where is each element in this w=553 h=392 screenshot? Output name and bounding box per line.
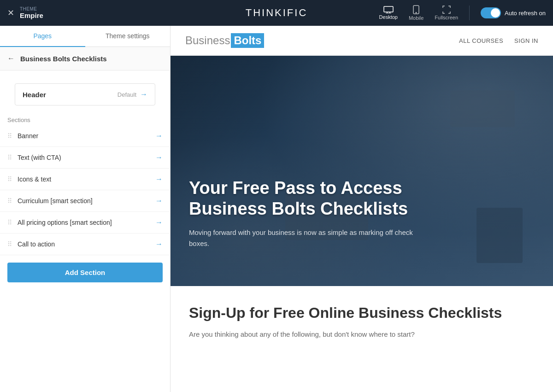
header-arrow-icon: → — [140, 90, 147, 99]
section-curriculum-arrow: → — [155, 197, 163, 205]
close-button[interactable]: ✕ — [7, 8, 14, 18]
section-item-icons-text[interactable]: ⠿ Icons & text → — [0, 169, 170, 190]
site-title: THINKIFIC — [246, 7, 308, 19]
section-pricing-label: All pricing options [smart section] — [18, 219, 155, 226]
section-icons-text-label: Icons & text — [18, 176, 155, 183]
drag-handle-icon: ⠿ — [7, 154, 12, 161]
section-item-curriculum[interactable]: ⠿ Curriculum [smart section] → — [0, 190, 170, 212]
tab-pages[interactable]: Pages — [0, 26, 85, 47]
content-body: Are you thinking about any of the follow… — [189, 329, 535, 340]
toggle-knob — [491, 8, 500, 18]
preview-site: Business Bolts ALL COURSES SIGN IN — [171, 26, 553, 392]
desktop-view-button[interactable]: Desktop — [379, 6, 398, 20]
section-text-cta-arrow: → — [155, 153, 163, 162]
logo-text: Business — [185, 34, 230, 47]
fullscreen-icon — [442, 6, 451, 14]
hero-shape-notebook — [477, 208, 523, 263]
drag-handle-icon: ⠿ — [7, 132, 12, 140]
header-default-label: Default — [118, 91, 136, 98]
left-panel: Pages Theme settings ← Business Bolts Ch… — [0, 26, 171, 392]
topbar: ✕ THEME Empire THINKIFIC Desktop Mobile — [0, 0, 553, 26]
nav-sign-in[interactable]: SIGN IN — [514, 37, 538, 44]
svg-rect-0 — [384, 6, 393, 12]
header-section-right: Default → — [118, 90, 147, 99]
fullscreen-view-button[interactable]: Fullscreen — [435, 6, 458, 20]
back-nav: ← Business Bolts Checklists — [0, 47, 170, 70]
section-call-to-action-arrow: → — [155, 240, 163, 248]
mobile-view-button[interactable]: Mobile — [409, 5, 424, 21]
panel-content: ← Business Bolts Checklists Header Defau… — [0, 47, 170, 392]
back-arrow-icon[interactable]: ← — [7, 54, 15, 63]
section-item-banner[interactable]: ⠿ Banner → — [0, 125, 170, 147]
site-nav: ALL COURSES SIGN IN — [459, 37, 538, 44]
header-section-label: Header — [23, 91, 46, 99]
section-banner-label: Banner — [18, 132, 155, 140]
main-area: Pages Theme settings ← Business Bolts Ch… — [0, 26, 553, 392]
site-header: Business Bolts ALL COURSES SIGN IN — [171, 26, 553, 56]
section-item-call-to-action[interactable]: ⠿ Call to action → — [0, 234, 170, 255]
section-icons-text-arrow: → — [155, 175, 163, 183]
logo-bold: Bolts — [231, 33, 264, 48]
drag-handle-icon: ⠿ — [7, 240, 12, 248]
svg-point-5 — [416, 12, 417, 13]
auto-refresh-label: Auto refresh on — [505, 10, 546, 17]
content-title: Sign-Up for Free Online Business Checkli… — [189, 304, 535, 322]
topbar-divider — [469, 6, 470, 20]
header-section-item[interactable]: Header Default → — [15, 83, 155, 105]
mobile-view-label: Mobile — [409, 15, 424, 21]
theme-label: THEME — [20, 6, 43, 12]
section-call-to-action-label: Call to action — [18, 240, 155, 248]
hero-content: Your Free Pass to Access Business Bolts … — [189, 178, 419, 249]
hero-banner: Your Free Pass to Access Business Bolts … — [171, 56, 553, 286]
theme-info: THEME Empire — [20, 6, 43, 19]
desktop-view-label: Desktop — [379, 14, 398, 20]
nav-all-courses[interactable]: ALL COURSES — [459, 37, 503, 44]
fullscreen-view-label: Fullscreen — [435, 15, 458, 20]
topbar-right: Desktop Mobile Fullscreen Auto — [379, 5, 546, 21]
drag-handle-icon: ⠿ — [7, 176, 12, 183]
site-logo: Business Bolts — [185, 33, 264, 48]
theme-name: Empire — [20, 12, 43, 19]
section-item-pricing[interactable]: ⠿ All pricing options [smart section] → — [0, 212, 170, 234]
add-section-button[interactable]: Add Section — [7, 263, 163, 282]
tabs: Pages Theme settings — [0, 26, 170, 47]
desktop-icon — [383, 6, 394, 13]
tab-theme-settings[interactable]: Theme settings — [85, 26, 171, 47]
content-section: Sign-Up for Free Online Business Checkli… — [171, 286, 553, 358]
section-curriculum-label: Curriculum [smart section] — [18, 197, 155, 205]
section-pricing-arrow: → — [155, 218, 163, 227]
page-title: Business Bolts Checklists — [20, 55, 107, 63]
hero-title: Your Free Pass to Access Business Bolts … — [189, 178, 419, 220]
hero-shape-tablet — [450, 90, 515, 127]
hero-background — [171, 56, 553, 286]
section-item-text-cta[interactable]: ⠿ Text (with CTA) → — [0, 147, 170, 169]
hero-subtitle: Moving forward with your business is now… — [189, 227, 419, 249]
auto-refresh-toggle-area: Auto refresh on — [481, 7, 546, 18]
section-text-cta-label: Text (with CTA) — [18, 154, 155, 161]
sections-label: Sections — [0, 113, 170, 125]
section-banner-arrow: → — [155, 132, 163, 140]
drag-handle-icon: ⠿ — [7, 197, 12, 205]
sections-list: ⠿ Banner → ⠿ Text (with CTA) → ⠿ Icons &… — [0, 125, 170, 255]
mobile-icon — [413, 5, 419, 14]
right-preview: Business Bolts ALL COURSES SIGN IN — [171, 26, 553, 392]
drag-handle-icon: ⠿ — [7, 219, 12, 226]
auto-refresh-toggle[interactable] — [481, 7, 501, 18]
